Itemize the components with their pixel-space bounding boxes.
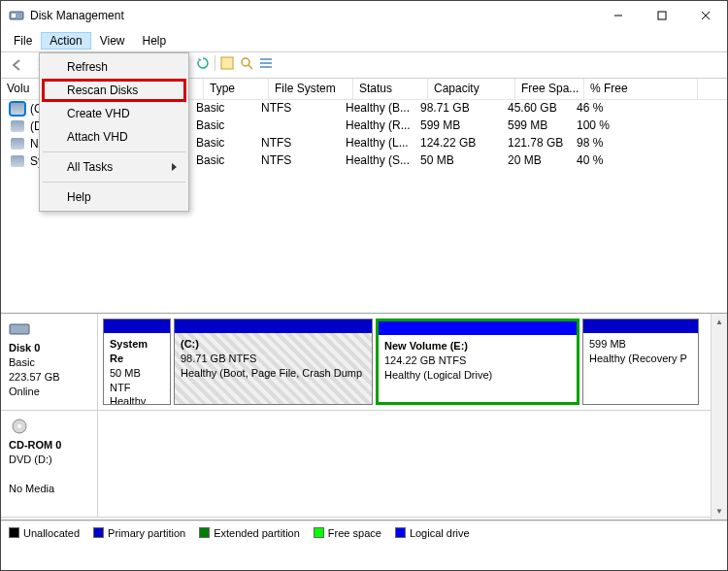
cell-capacity: 124.22 GB: [414, 135, 502, 152]
cell-fs: NTFS: [255, 152, 340, 170]
disk-icon: [9, 321, 30, 337]
partition[interactable]: (C:)98.71 GB NTFSHealthy (Boot, Page Fil…: [174, 319, 373, 405]
partition-stripe: [104, 319, 170, 333]
cell-fs: NTFS: [255, 135, 340, 152]
properties-icon[interactable]: [219, 55, 235, 71]
disk-info[interactable]: CD-ROM 0DVD (D:)No Media: [1, 411, 98, 517]
partition[interactable]: New Volume (E:)124.22 GB NTFSHealthy (Lo…: [376, 319, 579, 405]
menubar: File Action View Help: [1, 30, 727, 51]
svg-rect-12: [10, 324, 29, 334]
disk-graphical-pane: Disk 0Basic223.57 GBOnlineSystem Re50 MB…: [1, 314, 727, 521]
menu-view[interactable]: View: [91, 32, 134, 50]
list-icon[interactable]: [258, 55, 274, 71]
legend-label: Logical drive: [410, 527, 470, 539]
minimize-button[interactable]: [596, 1, 640, 30]
partition-line: Healthy (Recovery P: [589, 353, 687, 364]
disk-info[interactable]: Disk 0Basic223.57 GBOnline: [1, 314, 98, 410]
disk-size: 223.57 GB: [9, 371, 60, 383]
cell-type: Basic: [190, 152, 255, 170]
menu-rescan-disks[interactable]: Rescan Disks: [42, 79, 186, 102]
partition[interactable]: 599 MBHealthy (Recovery P: [582, 319, 699, 405]
menu-all-tasks-label: All Tasks: [67, 160, 113, 174]
action-dropdown: Refresh Rescan Disks Create VHD Attach V…: [39, 52, 189, 212]
col-filesystem[interactable]: File System: [269, 79, 353, 99]
cell-capacity: 50 MB: [414, 152, 502, 170]
menu-create-vhd[interactable]: Create VHD: [42, 102, 186, 125]
svg-rect-6: [221, 57, 233, 69]
partition-stripe: [583, 319, 698, 333]
back-button[interactable]: [7, 54, 28, 76]
legend-unallocated: Unallocated: [9, 527, 80, 539]
cell-pct: 100 %: [571, 118, 684, 135]
window-title: Disk Management: [30, 9, 124, 22]
legend-label: Extended partition: [214, 527, 300, 539]
partition-line: Healthy (Boot, Page File, Crash Dump: [181, 367, 362, 379]
cdrom-icon: [9, 419, 30, 434]
swatch-extended: [199, 527, 210, 538]
menu-separator: [43, 151, 185, 152]
col-status[interactable]: Status: [353, 79, 428, 99]
menu-refresh[interactable]: Refresh: [42, 55, 186, 79]
menu-help-item[interactable]: Help: [42, 185, 186, 209]
disk-type: Basic: [9, 356, 35, 368]
cell-type: Basic: [190, 135, 255, 152]
app-icon: [9, 8, 24, 23]
partition-line: Healthy (Logical Drive): [384, 369, 492, 381]
maximize-button[interactable]: [640, 1, 683, 30]
cell-status: Healthy (R...: [340, 118, 414, 135]
partition-line: 599 MB: [589, 338, 626, 350]
svg-rect-10: [260, 62, 272, 64]
menu-separator: [43, 182, 185, 183]
swatch-free: [314, 527, 324, 538]
disk-name: Disk 0: [9, 342, 40, 353]
menu-help[interactable]: Help: [134, 32, 176, 50]
partition-stripe: [379, 321, 577, 335]
partition-title: System Re: [110, 338, 148, 364]
svg-rect-1: [12, 14, 16, 17]
svg-rect-3: [658, 12, 666, 19]
cell-capacity: 98.71 GB: [414, 100, 502, 118]
col-freespace[interactable]: Free Spa...: [515, 79, 584, 99]
menu-action[interactable]: Action: [41, 32, 90, 50]
partition-content: 599 MBHealthy (Recovery P: [583, 333, 698, 370]
partition-line: 124.22 GB NTFS: [384, 354, 466, 366]
cell-free: 20 MB: [502, 152, 571, 170]
cell-fs: NTFS: [255, 100, 340, 118]
cell-free: 599 MB: [502, 118, 571, 135]
disk-row: Disk 0Basic223.57 GBOnlineSystem Re50 MB…: [1, 314, 727, 411]
cell-pct: 46 %: [571, 100, 684, 118]
swatch-primary: [93, 527, 104, 538]
svg-rect-11: [260, 66, 272, 68]
legend-extended: Extended partition: [199, 527, 300, 539]
search-icon[interactable]: [239, 55, 254, 71]
menu-attach-vhd[interactable]: Attach VHD: [42, 125, 186, 149]
swatch-logical: [395, 527, 406, 538]
partition-line: 50 MB NTF: [110, 367, 141, 393]
svg-point-7: [242, 58, 249, 66]
scroll-up-button[interactable]: ▲: [711, 314, 727, 330]
toolbar-separator: [215, 55, 215, 71]
menu-file[interactable]: File: [5, 32, 41, 50]
partition-title: New Volume (E:): [384, 340, 468, 352]
refresh-icon[interactable]: [195, 55, 211, 71]
col-volume[interactable]: Volu: [1, 79, 44, 99]
legend-label: Primary partition: [108, 527, 185, 539]
scroll-down-button[interactable]: ▼: [711, 503, 727, 520]
cell-pct: 98 %: [571, 135, 684, 152]
cell-type: Basic: [190, 118, 255, 135]
col-capacity[interactable]: Capacity: [428, 79, 515, 99]
titlebar: Disk Management: [1, 1, 727, 30]
legend-free: Free space: [314, 527, 381, 539]
legend-primary: Primary partition: [93, 527, 185, 539]
drive-icon: [11, 155, 24, 167]
cell-status: Healthy (L...: [340, 135, 414, 152]
col-type[interactable]: Type: [204, 79, 269, 99]
svg-line-8: [248, 65, 252, 69]
partition-content: New Volume (E:)124.22 GB NTFSHealthy (Lo…: [379, 335, 577, 386]
partition[interactable]: System Re50 MB NTFHealthy (Sy: [103, 319, 171, 405]
menu-all-tasks[interactable]: All Tasks: [42, 155, 186, 179]
close-button[interactable]: [683, 1, 727, 30]
disk-partitions: System Re50 MB NTFHealthy (Sy(C:)98.71 G…: [98, 314, 727, 410]
vertical-scrollbar[interactable]: ▲ ▼: [711, 314, 727, 520]
col-pctfree[interactable]: % Free: [584, 79, 698, 99]
